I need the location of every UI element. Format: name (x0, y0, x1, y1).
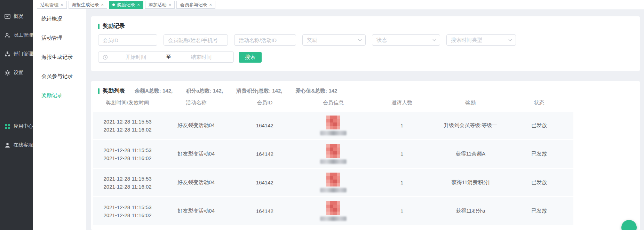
tab-add-activity[interactable]: 添加活动 (145, 1, 175, 9)
clock-icon (103, 55, 108, 60)
member-avatar-pixelated (326, 201, 340, 215)
reward-cell: 获得11余额A (436, 139, 505, 168)
primary-sidebar: 概况 员工管理 部门管理 设置 应用中心 (0, 0, 33, 230)
total-love-value: 爱心值&总数: 142 (295, 88, 337, 94)
subnav-item-reward-records[interactable]: 奖励记录 (33, 86, 86, 105)
select-placeholder: 搜索时间类型 (451, 37, 482, 43)
start-time-input[interactable]: 开始时间 (108, 54, 164, 61)
title-accent-bar (98, 24, 100, 29)
subnav-item-activity-management[interactable]: 活动管理 (33, 29, 86, 48)
active-dot-icon (112, 3, 115, 6)
member-info-cell (299, 196, 367, 225)
search-button[interactable]: 搜索 (239, 52, 262, 63)
total-consume-points-j: 消费积分j总数: 142, (236, 88, 283, 94)
col-status: 状态 (505, 95, 573, 111)
chevron-down-icon (432, 39, 436, 41)
date-range-picker[interactable]: 开始时间 至 结束时间 (98, 51, 234, 63)
status-cell: 已发放 (505, 196, 573, 225)
activity-cell: 好友裂变活动04 (162, 139, 230, 168)
member-id-cell: 164142 (230, 196, 299, 225)
invite-count-cell: 1 (368, 139, 436, 168)
member-avatar-pixelated (326, 173, 340, 187)
table-header-row: 奖励时间/发放时间 活动名称 会员ID 会员信息 邀请人数 奖励 状态 (93, 95, 573, 111)
sidebar-item-app-center[interactable]: 应用中心 (0, 117, 33, 136)
member-id-cell: 164142 (230, 111, 299, 139)
tab-close-icon[interactable] (137, 2, 140, 7)
col-member-info: 会员信息 (299, 95, 367, 111)
member-name-blurred (320, 188, 347, 192)
invite-count-cell: 1 (368, 111, 436, 139)
table-row: 2021-12-28 11:15:532021-12-28 11:16:02 好… (93, 111, 573, 139)
reward-time-cell: 2021-12-28 11:15:532021-12-28 11:16:02 (93, 168, 162, 196)
table-row: 2021-12-28 11:15:532021-12-28 11:16:02 好… (93, 168, 573, 196)
total-points-a: 积分a总数: 142, (186, 88, 223, 94)
sidebar-item-settings[interactable]: 设置 (0, 63, 33, 82)
tab-label: 奖励记录 (117, 2, 135, 8)
customer-service-icon (5, 142, 10, 148)
title-accent-bar (98, 88, 100, 94)
member-name-blurred (320, 159, 347, 164)
search-time-type-select[interactable]: 搜索时间类型 (446, 34, 516, 46)
member-info-cell (299, 139, 367, 168)
activity-cell: 好友裂变活动04 (162, 111, 230, 139)
sidebar-item-employees[interactable]: 员工管理 (0, 26, 33, 45)
total-balance-a: 余额A总数: 142, (135, 88, 173, 94)
search-panel: 奖励记录 奖励 状态 (91, 16, 640, 71)
sidebar-item-label: 设置 (14, 70, 23, 76)
col-activity-name: 活动名称 (162, 95, 230, 111)
member-id-cell: 164142 (230, 139, 299, 168)
rewards-table: 奖励时间/发放时间 活动名称 会员ID 会员信息 邀请人数 奖励 状态 (93, 95, 573, 225)
col-reward: 奖励 (436, 95, 505, 111)
tab-close-icon[interactable] (61, 2, 63, 7)
reward-time-cell: 2021-12-28 11:15:532021-12-28 11:16:02 (93, 111, 162, 139)
sidebar-item-label: 应用中心 (14, 123, 33, 129)
subnav-label: 海报生成记录 (41, 54, 73, 61)
tab-close-icon[interactable] (101, 2, 104, 7)
subnav-item-stats-overview[interactable]: 统计概况 (33, 9, 86, 29)
tab-member-participation[interactable]: 会员参与记录 (176, 1, 215, 9)
tab-poster-records[interactable]: 海报生成记录 (69, 1, 108, 9)
status-cell: 已发放 (505, 168, 573, 196)
reward-time-cell: 2021-12-28 11:15:532021-12-28 11:16:02 (93, 196, 162, 225)
table-row: 2021-12-28 11:15:532021-12-28 11:16:02 好… (93, 139, 573, 168)
tab-label: 会员参与记录 (180, 2, 207, 8)
activity-cell: 好友裂变活动04 (162, 168, 230, 196)
chevron-down-icon (508, 39, 512, 41)
reward-list-panel: 奖励列表 余额A总数: 142, 积分a总数: 142, 消费积分j总数: 14… (91, 81, 640, 230)
member-id-input[interactable] (98, 34, 157, 46)
main-content: 奖励记录 奖励 状态 (86, 9, 644, 230)
chart-icon (5, 14, 10, 19)
sidebar-item-departments[interactable]: 部门管理 (0, 45, 33, 63)
reward-time-cell: 2021-12-28 11:15:532021-12-28 11:16:02 (93, 139, 162, 168)
activity-cell: 好友裂变活动04 (162, 196, 230, 225)
sidebar-item-online-service[interactable]: 在线客服 (0, 136, 33, 154)
reward-cell: 获得11积分a (436, 196, 505, 225)
subnav-label: 会员参与记录 (41, 73, 73, 80)
tab-close-icon[interactable] (209, 2, 212, 7)
subnav-label: 统计概况 (41, 16, 62, 22)
app-grid-icon (5, 124, 10, 129)
member-avatar-pixelated (326, 144, 340, 158)
col-member-id: 会员ID (230, 95, 299, 111)
member-id-cell: 164142 (230, 168, 299, 196)
tab-close-icon[interactable] (169, 2, 172, 7)
member-name-phone-input[interactable] (164, 34, 228, 46)
subnav-item-poster-records[interactable]: 海报生成记录 (33, 48, 86, 67)
totals-summary: 余额A总数: 142, 积分a总数: 142, 消费积分j总数: 142, 爱心… (135, 88, 337, 94)
tab-reward-records[interactable]: 奖励记录 (109, 1, 143, 9)
table-row: 2021-12-28 11:15:532021-12-28 11:16:02 好… (93, 196, 573, 225)
select-placeholder: 状态 (376, 37, 387, 43)
date-range-separator: 至 (164, 54, 173, 61)
end-time-input[interactable]: 结束时间 (173, 54, 229, 61)
col-reward-time: 奖励时间/发放时间 (93, 95, 162, 111)
tab-activity-management[interactable]: 活动管理 (37, 1, 67, 9)
secondary-sidebar: 统计概况 活动管理 海报生成记录 会员参与记录 奖励记录 (33, 9, 86, 230)
member-name-blurred (320, 216, 347, 221)
reward-select[interactable]: 奖励 (302, 34, 366, 46)
subnav-item-member-participation[interactable]: 会员参与记录 (33, 67, 86, 86)
sidebar-item-overview[interactable]: 概况 (0, 7, 33, 26)
activity-name-id-input[interactable] (234, 34, 296, 46)
list-title: 奖励列表 (103, 87, 125, 95)
status-select[interactable]: 状态 (372, 34, 440, 46)
tab-bar: 活动管理 海报生成记录 奖励记录 添加活动 会员参与记录 (33, 0, 644, 9)
